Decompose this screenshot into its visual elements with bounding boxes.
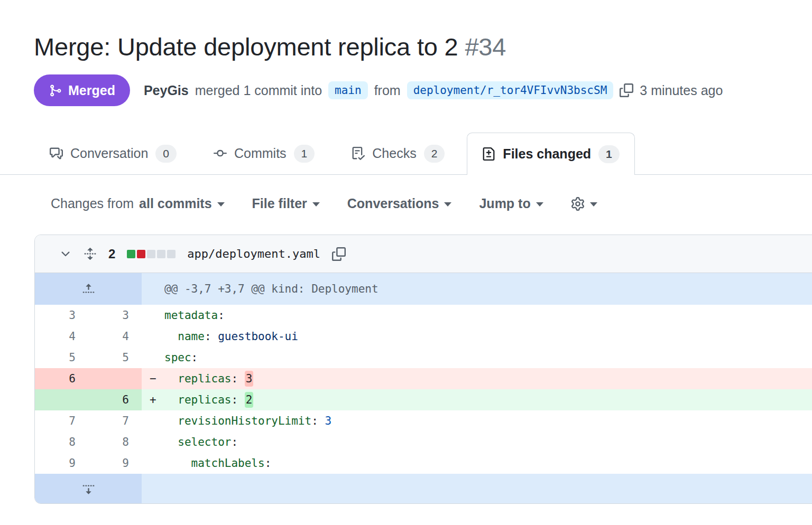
tab-commits-count: 1	[294, 145, 315, 163]
yaml-colon: :	[231, 372, 238, 385]
yaml-key: name	[178, 330, 205, 343]
byline-from-text: from	[374, 83, 401, 98]
new-line-number[interactable]: 9	[88, 453, 142, 474]
base-branch-label[interactable]: main	[328, 81, 368, 99]
yaml-colon: :	[231, 436, 238, 448]
diff-row: 44 name: guestbook-ui	[35, 326, 812, 347]
new-line-number[interactable]: 4	[88, 326, 142, 347]
expand-up-button[interactable]	[35, 273, 142, 305]
code-line: + replicas: 2	[142, 389, 812, 410]
tab-commits-label: Commits	[234, 146, 287, 161]
code-line: spec:	[142, 347, 812, 368]
yaml-value: 3	[325, 415, 331, 427]
comment-discussion-icon	[50, 147, 63, 160]
jump-to-dropdown[interactable]: Jump to	[479, 196, 543, 211]
old-line-number[interactable]: 8	[35, 432, 88, 453]
expand-down-button[interactable]	[35, 474, 142, 503]
yaml-key: matchLabels	[191, 457, 265, 470]
copy-file-path-button[interactable]	[332, 247, 346, 261]
new-line-number[interactable]: 3	[88, 305, 142, 326]
file-header: 2 app/deployment.yaml	[35, 235, 812, 273]
file-filter-dropdown[interactable]: File filter	[252, 196, 320, 211]
old-line-number[interactable]: 3	[35, 305, 88, 326]
old-line-number[interactable]: 6	[35, 368, 88, 389]
old-line-number[interactable]	[35, 389, 88, 410]
merged-status-badge: Merged	[34, 74, 130, 106]
code-line: matchLabels:	[142, 453, 812, 474]
pr-title-text: Merge: Update deployment replica to 2	[34, 33, 458, 61]
file-filter-label: File filter	[252, 196, 307, 211]
diff-row: 99 matchLabels:	[35, 453, 812, 474]
unfold-icon	[84, 247, 97, 260]
code-line: name: guestbook-ui	[142, 326, 812, 347]
tab-checks[interactable]: Checks 2	[337, 133, 459, 174]
tab-files-changed-count: 1	[598, 145, 620, 163]
pr-tab-bar: Conversation 0 Commits 1 Checks 2 Files …	[0, 133, 812, 175]
new-line-number[interactable]: 8	[88, 432, 142, 453]
old-line-number[interactable]: 4	[35, 326, 88, 347]
yaml-colon: :	[265, 457, 272, 470]
yaml-colon: :	[218, 309, 225, 322]
yaml-key: replicas	[178, 372, 231, 385]
tab-checks-count: 2	[424, 145, 445, 163]
pr-header: Merge: Update deployment replica to 2 #3…	[0, 0, 812, 106]
old-line-number[interactable]: 9	[35, 453, 88, 474]
fold-down-icon	[82, 482, 95, 495]
byline-action-text: merged 1 commit into	[195, 83, 322, 98]
merge-timestamp: 3 minutes ago	[640, 83, 723, 98]
yaml-colon: :	[231, 393, 238, 406]
file-name[interactable]: app/deployment.yaml	[187, 247, 320, 260]
diff-row: 33metadata:	[35, 305, 812, 326]
conversations-dropdown[interactable]: Conversations	[347, 196, 452, 211]
merged-status-label: Merged	[68, 83, 115, 98]
diff-marker: −	[150, 368, 164, 389]
tab-commits[interactable]: Commits 1	[199, 133, 329, 174]
pr-byline: PeyGis merged 1 commit into main from de…	[144, 81, 723, 99]
tab-files-changed[interactable]: Files changed 1	[467, 133, 634, 175]
author-link[interactable]: PeyGis	[144, 83, 189, 98]
diff-row: 6+ replicas: 2	[35, 389, 812, 410]
old-line-number[interactable]: 5	[35, 347, 88, 368]
new-line-number[interactable]: 6	[88, 389, 142, 410]
fold-up-icon	[82, 283, 95, 296]
yaml-key: selector	[178, 436, 231, 448]
collapse-file-button[interactable]	[59, 248, 72, 260]
diffstat-square-neutral	[167, 250, 176, 258]
hunk-header-text: @@ -3,7 +3,7 @@ kind: Deployment	[142, 273, 812, 305]
code-line: metadata:	[142, 305, 812, 326]
yaml-colon: :	[311, 415, 318, 427]
yaml-key: spec	[164, 351, 191, 364]
yaml-value: guestbook-ui	[218, 330, 298, 343]
code-line: − replicas: 3	[142, 368, 812, 389]
changes-from-dropdown[interactable]: Changes from all commits	[51, 196, 225, 211]
yaml-value: 3	[245, 371, 254, 387]
old-line-number[interactable]: 7	[35, 410, 88, 432]
new-line-number[interactable]: 7	[88, 410, 142, 432]
code-line: revisionHistoryLimit: 3	[142, 410, 812, 432]
pr-title: Merge: Update deployment replica to 2 #3…	[34, 31, 778, 63]
jump-to-label: Jump to	[479, 196, 530, 211]
expand-all-button[interactable]	[84, 247, 97, 260]
changes-from-value: all commits	[139, 196, 212, 211]
chevron-down-icon	[444, 202, 451, 207]
head-branch-label[interactable]: deployment/r_tor4VFIvvN3bscSM	[407, 81, 614, 99]
copy-icon	[620, 83, 633, 97]
tab-conversation[interactable]: Conversation 0	[35, 133, 191, 174]
git-merge-icon	[49, 84, 62, 97]
copy-branch-button[interactable]	[620, 83, 633, 97]
expand-row-body	[142, 474, 812, 503]
yaml-key: metadata	[164, 309, 218, 322]
new-line-number[interactable]: 5	[88, 347, 142, 368]
copy-icon	[332, 247, 346, 261]
pr-number: #34	[465, 33, 506, 61]
new-line-number[interactable]	[88, 368, 142, 389]
diff-row: 77 revisionHistoryLimit: 3	[35, 410, 812, 432]
diff-row: 6− replicas: 3	[35, 368, 812, 389]
file-changes-count: 2	[108, 247, 115, 261]
file-diff-panel: 2 app/deployment.yaml @@ -3,7 +3,7 @@ ki…	[34, 235, 812, 504]
yaml-colon: :	[205, 330, 211, 343]
chevron-down-icon	[590, 202, 597, 207]
diffstat-square-neutral	[157, 250, 165, 258]
conversations-label: Conversations	[347, 196, 439, 211]
diff-settings-dropdown[interactable]	[571, 197, 597, 211]
